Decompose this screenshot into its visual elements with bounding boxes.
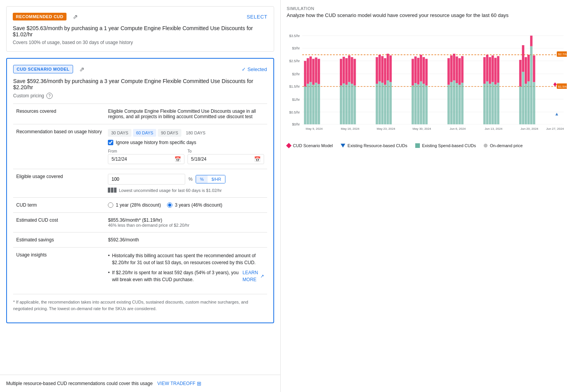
chart-svg: $3.5/hr $3/hr $2.5/hr $2/hr $1.5/hr $1/h… (287, 24, 567, 136)
svg-rect-71 (447, 85, 450, 124)
term-1yr-label: 1 year (28% discount) (116, 202, 161, 208)
to-input[interactable] (191, 156, 254, 162)
svg-rect-89 (483, 57, 486, 84)
term-3yr[interactable]: 3 years (46% discount) (167, 202, 222, 208)
link-icon[interactable]: ⇗ (73, 13, 78, 20)
svg-rect-97 (524, 84, 527, 124)
bar-chart-icon: ▊▊▊ (108, 188, 117, 193)
usage-info: ▊▊▊ Lowest uncommitted usage for last 60… (108, 188, 264, 193)
usage-input[interactable] (108, 174, 185, 185)
svg-rect-56 (384, 58, 386, 85)
cost-main: $855.36/month* ($1.19/hr) (108, 217, 264, 223)
day-btn-90[interactable]: 90 DAYS (158, 129, 181, 137)
scenario-header: CUD SCENARIO MODEL ⇗ ✓ Selected (13, 65, 267, 73)
day-btn-30[interactable]: 30 DAYS (108, 129, 131, 137)
learn-more-link[interactable]: LEARN MORE ↗ (242, 269, 264, 283)
selected-button: ✓ Selected (242, 66, 267, 72)
svg-rect-40 (353, 85, 356, 124)
svg-rect-60 (414, 83, 416, 124)
custom-pricing-row: Custom pricing ? (13, 93, 267, 99)
unit-btn-percent[interactable]: % (196, 175, 208, 183)
detail-table: Resources covered Eligible Compute Engin… (13, 104, 267, 291)
insight-1-text: Historically this billing account has sp… (112, 252, 264, 266)
chart-container: $3.5/hr $3/hr $2.5/hr $2/hr $1.5/hr $1/h… (287, 24, 567, 140)
svg-rect-59 (411, 85, 414, 124)
svg-text:Jun 27, 2024: Jun 27, 2024 (546, 127, 564, 131)
from-calendar-icon[interactable]: 📅 (174, 156, 181, 162)
svg-rect-96 (522, 72, 524, 124)
svg-rect-31 (309, 56, 312, 82)
estimated-cost-label: Estimated CUD cost (16, 217, 58, 223)
radio-3yr[interactable] (167, 202, 172, 208)
view-tradeoff-label: VIEW TRADEOFF (157, 381, 195, 386)
svg-rect-24 (307, 84, 309, 124)
scenario-link-icon[interactable]: ⇗ (79, 66, 84, 73)
unit-btn-dollar[interactable]: $/HR (208, 175, 225, 183)
day-btn-180[interactable]: 180 DAYS (183, 129, 209, 137)
svg-rect-82 (461, 56, 463, 83)
view-tradeoff-link[interactable]: VIEW TRADEOFF ⊞ (157, 380, 201, 387)
svg-rect-105 (530, 36, 532, 46)
svg-rect-47 (375, 84, 378, 124)
scenario-title: Save $592.36/month by purchasing a 3 yea… (13, 78, 267, 90)
svg-rect-76 (461, 83, 463, 124)
estimated-savings-value: $592.36/month (108, 237, 139, 243)
svg-text:$2.7/hr: $2.7/hr (558, 53, 567, 56)
to-calendar-icon[interactable]: 📅 (254, 156, 261, 162)
svg-rect-43 (345, 58, 348, 85)
svg-rect-98 (527, 81, 530, 124)
svg-text:$3.5/hr: $3.5/hr (289, 34, 300, 38)
recommended-subtitle: Covers 100% of usage, based on 30 days o… (13, 40, 268, 45)
legend-scenario-label: CUD Scenario Model (293, 143, 333, 148)
svg-text:Jun 20, 2024: Jun 20, 2024 (520, 127, 538, 131)
legend-ondemand: On-demand price (484, 143, 523, 148)
svg-rect-41 (339, 59, 342, 85)
svg-rect-90 (486, 55, 488, 81)
help-icon[interactable]: ? (46, 93, 53, 99)
svg-rect-86 (491, 82, 494, 124)
ignore-checkbox-row: Ignore usage history from specific days (108, 140, 264, 145)
resources-covered-value: Eligible Compute Engine Flexible Committ… (108, 109, 256, 119)
svg-text:$1.5/hr: $1.5/hr (558, 85, 567, 88)
svg-text:$2.5/hr: $2.5/hr (289, 59, 300, 63)
usage-row: % % $/HR (108, 174, 264, 185)
select-button[interactable]: SELECT (247, 14, 268, 20)
svg-rect-27 (315, 83, 317, 124)
svg-rect-38 (348, 82, 350, 124)
bottom-bar-text: Multiple resource-based CUD recommendati… (6, 381, 153, 386)
svg-rect-61 (417, 85, 419, 124)
svg-rect-80 (455, 56, 458, 83)
recommendation-label: Recommendation based on usage history (16, 129, 102, 134)
svg-rect-32 (312, 59, 314, 85)
svg-rect-84 (486, 81, 488, 124)
legend-spend-label: Existing Spend-based CUDs (422, 143, 476, 148)
svg-rect-57 (386, 54, 389, 80)
term-3yr-label: 3 years (46% discount) (175, 202, 222, 208)
from-input[interactable] (111, 156, 174, 162)
svg-marker-115 (555, 113, 558, 115)
svg-rect-55 (381, 56, 383, 83)
svg-text:$1/hr: $1/hr (292, 98, 300, 102)
ignore-checkbox-label: Ignore usage history from specific days (116, 140, 196, 145)
radio-1yr[interactable] (108, 202, 113, 208)
svg-rect-92 (491, 56, 494, 82)
estimated-savings-label: Estimated savings (16, 237, 54, 243)
legend-triangle-icon (341, 144, 345, 148)
svg-rect-39 (351, 84, 353, 124)
svg-rect-62 (420, 81, 422, 124)
svg-rect-66 (414, 56, 416, 83)
external-link-icon: ↗ (260, 273, 264, 280)
ignore-checkbox[interactable] (108, 140, 113, 145)
svg-rect-106 (533, 56, 535, 82)
svg-rect-25 (309, 82, 312, 124)
svg-rect-42 (343, 57, 345, 83)
term-1yr[interactable]: 1 year (28% discount) (108, 202, 161, 208)
svg-rect-33 (315, 58, 317, 83)
day-btn-60[interactable]: 60 DAYS (133, 129, 156, 137)
svg-rect-87 (494, 85, 496, 124)
svg-rect-93 (494, 58, 496, 85)
svg-rect-77 (447, 58, 450, 85)
svg-rect-104 (527, 55, 530, 81)
day-buttons: 30 DAYS 60 DAYS 90 DAYS 180 DAYS (108, 129, 264, 137)
legend-diamond-icon (286, 143, 291, 148)
